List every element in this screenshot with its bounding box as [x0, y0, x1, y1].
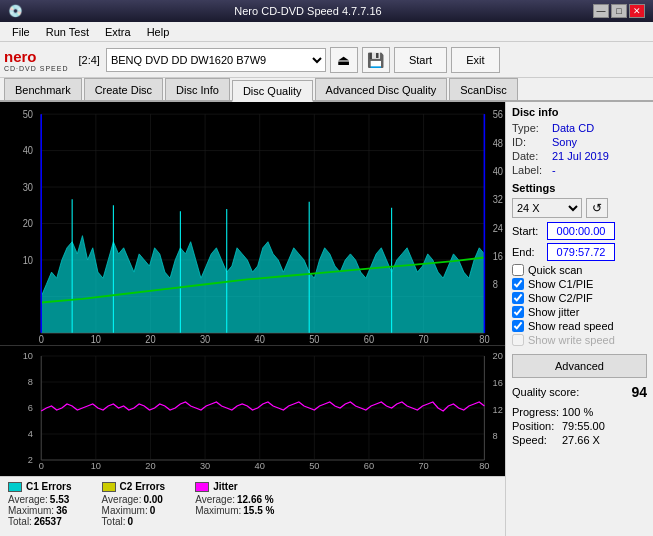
c1-label: C1 Errors [26, 481, 72, 492]
title-bar: 💿 Nero CD-DVD Speed 4.7.7.16 — □ ✕ [0, 0, 653, 22]
start-button[interactable]: Start [394, 47, 447, 73]
quality-label: Quality score: [512, 386, 631, 398]
speed-row: Speed: 27.66 X [512, 434, 647, 446]
show-read-speed-checkbox[interactable] [512, 320, 524, 332]
speed-label: Speed: [512, 434, 562, 446]
upper-chart-svg: 50 40 30 20 10 56 48 40 32 24 16 8 0 10 … [0, 102, 505, 345]
close-button[interactable]: ✕ [629, 4, 645, 18]
tab-create-disc[interactable]: Create Disc [84, 78, 163, 100]
speed-value: 27.66 X [562, 434, 600, 446]
chart-container: 50 40 30 20 10 56 48 40 32 24 16 8 0 10 … [0, 102, 505, 536]
svg-text:50: 50 [309, 461, 319, 471]
show-c1-checkbox[interactable] [512, 278, 524, 290]
c2-label: C2 Errors [120, 481, 166, 492]
svg-text:10: 10 [91, 461, 101, 471]
position-row: Position: 79:55.00 [512, 420, 647, 432]
svg-text:70: 70 [418, 333, 429, 345]
start-time-value: 000:00.00 [547, 222, 615, 240]
tab-scan-disc[interactable]: ScanDisc [449, 78, 517, 100]
lower-chart-svg: 10 8 6 4 2 20 16 12 8 0 10 20 30 40 50 6… [0, 346, 505, 476]
disc-id-row: ID: Sony [512, 136, 647, 148]
upper-chart: 50 40 30 20 10 56 48 40 32 24 16 8 0 10 … [0, 102, 505, 346]
c2-color-box [102, 482, 116, 492]
c1-max-row: Maximum: 36 [8, 505, 72, 516]
legend-c1: C1 Errors Average: 5.53 Maximum: 36 Tota… [8, 481, 72, 527]
menu-extra[interactable]: Extra [97, 24, 139, 40]
tab-disc-quality[interactable]: Disc Quality [232, 80, 313, 102]
right-panel: Disc info Type: Data CD ID: Sony Date: 2… [505, 102, 653, 536]
tab-disc-info[interactable]: Disc Info [165, 78, 230, 100]
tab-advanced-disc-quality[interactable]: Advanced Disc Quality [315, 78, 448, 100]
c1-avg-row: Average: 5.53 [8, 494, 72, 505]
advanced-button[interactable]: Advanced [512, 354, 647, 378]
toolbar: nero CD·DVD SPEED [2:4] BENQ DVD DD DW16… [0, 42, 653, 78]
c2-total-row: Total: 0 [102, 516, 166, 527]
show-jitter-row: Show jitter [512, 306, 647, 318]
title-bar-icon: 💿 [8, 4, 23, 18]
jitter-label: Jitter [213, 481, 237, 492]
show-c2-checkbox[interactable] [512, 292, 524, 304]
svg-text:10: 10 [91, 333, 102, 345]
show-write-speed-row: Show write speed [512, 334, 647, 346]
settings-section: Settings 24 X ↺ Start: 000:00.00 End: 07… [512, 182, 647, 346]
show-read-speed-row: Show read speed [512, 320, 647, 332]
svg-text:56: 56 [493, 108, 504, 120]
svg-marker-37 [41, 236, 484, 333]
svg-text:20: 20 [493, 351, 503, 361]
quick-scan-row: Quick scan [512, 264, 647, 276]
svg-text:6: 6 [28, 403, 33, 413]
svg-text:2: 2 [28, 455, 33, 465]
c1-color-box [8, 482, 22, 492]
svg-text:30: 30 [200, 461, 210, 471]
jitter-color-box [195, 482, 209, 492]
main-content: 50 40 30 20 10 56 48 40 32 24 16 8 0 10 … [0, 102, 653, 536]
tab-benchmark[interactable]: Benchmark [4, 78, 82, 100]
speed-row: 24 X ↺ [512, 198, 647, 218]
svg-text:0: 0 [39, 333, 44, 345]
exit-button[interactable]: Exit [451, 47, 499, 73]
disc-info-title: Disc info [512, 106, 647, 118]
quick-scan-label: Quick scan [528, 264, 582, 276]
svg-text:20: 20 [23, 217, 34, 229]
drive-select[interactable]: BENQ DVD DD DW1620 B7W9 [106, 48, 326, 72]
svg-text:50: 50 [309, 333, 320, 345]
svg-text:20: 20 [145, 461, 155, 471]
c2-max-row: Maximum: 0 [102, 505, 166, 516]
svg-text:50: 50 [23, 108, 34, 120]
eject-button[interactable]: ⏏ [330, 47, 358, 73]
svg-text:16: 16 [493, 250, 504, 262]
svg-text:60: 60 [364, 461, 374, 471]
speed-select[interactable]: 24 X [512, 198, 582, 218]
end-time-row: End: 079:57.72 [512, 243, 647, 261]
logo: nero CD·DVD SPEED [4, 48, 69, 72]
settings-title: Settings [512, 182, 647, 194]
disc-date-row: Date: 21 Jul 2019 [512, 150, 647, 162]
legend-area: C1 Errors Average: 5.53 Maximum: 36 Tota… [0, 476, 505, 536]
show-write-speed-label: Show write speed [528, 334, 615, 346]
progress-section: Progress: 100 % Position: 79:55.00 Speed… [512, 406, 647, 446]
show-jitter-checkbox[interactable] [512, 306, 524, 318]
svg-text:8: 8 [493, 278, 498, 290]
svg-text:12: 12 [493, 405, 503, 415]
minimize-button[interactable]: — [593, 4, 609, 18]
svg-text:80: 80 [479, 333, 490, 345]
menu-run-test[interactable]: Run Test [38, 24, 97, 40]
menu-file[interactable]: File [4, 24, 38, 40]
maximize-button[interactable]: □ [611, 4, 627, 18]
menu-help[interactable]: Help [139, 24, 178, 40]
quick-scan-checkbox[interactable] [512, 264, 524, 276]
svg-text:80: 80 [479, 461, 489, 471]
refresh-button[interactable]: ↺ [586, 198, 608, 218]
c1-total-row: Total: 26537 [8, 516, 72, 527]
svg-text:8: 8 [28, 377, 33, 387]
svg-text:10: 10 [23, 351, 33, 361]
start-time-row: Start: 000:00.00 [512, 222, 647, 240]
disc-info-section: Type: Data CD ID: Sony Date: 21 Jul 2019… [512, 122, 647, 176]
disc-type-row: Type: Data CD [512, 122, 647, 134]
save-button[interactable]: 💾 [362, 47, 390, 73]
show-c2-row: Show C2/PIF [512, 292, 647, 304]
svg-text:16: 16 [493, 378, 503, 388]
svg-text:40: 40 [493, 165, 504, 177]
title-bar-controls: — □ ✕ [593, 4, 645, 18]
svg-text:30: 30 [23, 181, 34, 193]
